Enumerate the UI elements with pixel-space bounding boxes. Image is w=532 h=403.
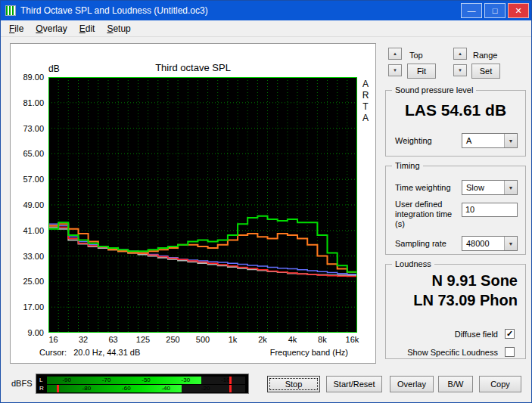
y-tick-label: 81.00 (11, 98, 44, 107)
weighting-select[interactable]: A ▼ (462, 133, 518, 148)
timing-group: Timing Time weighting Slow ▼ User define… (385, 166, 526, 255)
top-label: Top (409, 51, 423, 60)
time-weighting-value: Slow (466, 183, 484, 192)
meter-peak-mark (229, 377, 232, 384)
integration-time-input[interactable]: 10 (462, 203, 518, 217)
x-axis-labels: 1632631252505001k2k4k8k16k (48, 335, 357, 345)
range-up-button[interactable]: ▲ (453, 48, 467, 60)
y-tick-label: 25.00 (11, 277, 44, 286)
timing-group-caption: Timing (392, 161, 423, 170)
maximize-button[interactable]: □ (484, 3, 506, 18)
close-button[interactable]: ✕ (508, 3, 529, 18)
y-tick-label: 17.00 (11, 302, 44, 312)
meter-scale-label: -60 (122, 385, 131, 392)
show-specific-loudness-checkbox[interactable] (505, 347, 515, 357)
minimize-button[interactable]: — (461, 3, 482, 18)
y-tick-label: 89.00 (11, 73, 44, 82)
loudness-group-caption: Loudness (392, 259, 434, 268)
window-title: Third Octave SPL and Loudness (Untitled.… (20, 5, 208, 16)
spl-value: LAS 54.61 dB (386, 101, 525, 119)
y-tick-label: 73.00 (11, 124, 44, 133)
meter-scale-label: -40 (161, 385, 170, 392)
x-tick-label: 250 (166, 335, 179, 344)
app-window: Third Octave SPL and Loudness (Untitled.… (0, 0, 532, 403)
spl-chart[interactable] (48, 77, 357, 333)
spl-group-caption: Sound pressure level (392, 85, 476, 95)
loudness-group: Loudness N 9.91 Sone LN 73.09 Phon Diffu… (385, 264, 526, 359)
start-reset-button[interactable]: Start/Reset (326, 376, 382, 392)
fit-button[interactable]: Fit (407, 64, 436, 79)
y-tick-label: 57.00 (11, 175, 44, 184)
weighting-value: A (466, 136, 471, 145)
time-weighting-select[interactable]: Slow ▼ (462, 180, 518, 195)
menu-item-edit[interactable]: Edit (73, 21, 101, 36)
meter-scale-label: -10 (221, 377, 230, 384)
time-weighting-label: Time weighting (395, 183, 451, 192)
y-tick-label: 33.00 (11, 252, 44, 261)
spl-group: Sound pressure level LAS 54.61 dB Weight… (385, 90, 526, 157)
level-meter: L-90-70-50-30-10R-80-60-40-20 (36, 374, 249, 394)
arta-letter: A (359, 79, 372, 90)
x-tick-label: 1k (229, 335, 238, 344)
sampling-rate-value: 48000 (466, 239, 490, 248)
y-axis-labels: 89.0081.0073.0065.0057.0049.0041.0033.00… (11, 77, 45, 333)
meter-peak-mark (229, 385, 232, 392)
chevron-down-icon: ▼ (504, 237, 517, 250)
integration-time-label: User defined integration time (s) (395, 200, 460, 229)
set-button[interactable]: Set (471, 64, 500, 79)
meter-scale-label: -30 (182, 377, 191, 384)
stop-button[interactable]: Stop (267, 376, 320, 392)
x-tick-label: 125 (136, 335, 150, 344)
arta-watermark: ARTA (359, 79, 372, 124)
top-up-button[interactable]: ▲ (388, 48, 402, 60)
top-down-button[interactable]: ▼ (388, 64, 402, 76)
down-arrow-icon: ▼ (393, 68, 397, 73)
series-blue (48, 224, 357, 274)
meter-scale-label: -80 (82, 385, 92, 392)
series-gray (48, 228, 357, 275)
cursor-readout: Cursor: 20.0 Hz, 44.31 dB (39, 348, 140, 357)
up-arrow-icon: ▲ (393, 51, 397, 56)
bw-button[interactable]: B/W (438, 376, 473, 392)
plot-area[interactable] (48, 77, 357, 333)
up-arrow-icon: ▲ (458, 51, 462, 56)
diffuse-field-checkbox[interactable]: ✓ (505, 329, 515, 339)
loudness-ln-value: LN 73.09 Phon (386, 292, 518, 309)
specific-loudness-label: Show Specific Loudness (407, 348, 498, 357)
maximize-icon: □ (493, 6, 498, 15)
chart-panel: Third octave SPL dB 89.0081.0073.0065.00… (10, 43, 376, 364)
menu-item-overlay[interactable]: Overlay (30, 21, 73, 36)
arta-letter: R (359, 90, 372, 101)
sampling-rate-select[interactable]: 48000 ▼ (462, 236, 518, 251)
chevron-down-icon: ▼ (504, 134, 517, 147)
meter-row-r: R-80-60-40-20 (38, 385, 247, 392)
range-down-button[interactable]: ▼ (453, 64, 467, 76)
y-tick-label: 9.00 (11, 328, 44, 337)
arta-letter: T (359, 101, 372, 113)
y-tick-label: 41.00 (11, 226, 44, 235)
x-tick-label: 32 (79, 335, 88, 344)
menu-item-file[interactable]: File (3, 21, 30, 36)
down-arrow-icon: ▼ (458, 68, 462, 73)
overlay-button[interactable]: Overlay (390, 376, 434, 392)
menu-item-setup[interactable]: Setup (101, 21, 136, 36)
menu-bar: File Overlay Edit Setup (1, 20, 531, 37)
meter-channel-label: L (39, 377, 42, 384)
range-label: Range (473, 51, 497, 60)
minimize-icon: — (468, 6, 476, 15)
app-icon (5, 5, 16, 16)
meter-scale-label: -90 (62, 377, 71, 384)
x-tick-label: 2k (258, 335, 267, 344)
meter-row-l: L-90-70-50-30-10 (38, 377, 247, 384)
meter-peak-mark (57, 385, 59, 392)
meter-scale-label: -20 (201, 385, 210, 392)
series-red (48, 226, 357, 277)
diffuse-field-label: Diffuse field (455, 330, 498, 339)
x-tick-label: 16 (48, 335, 58, 344)
meter-bar: -80-60-40-20 (47, 385, 245, 392)
weighting-label: Weighting (395, 136, 432, 145)
sampling-rate-label: Sampling rate (395, 239, 446, 248)
x-tick-label: 4k (288, 335, 297, 344)
x-tick-label: 16k (346, 335, 359, 344)
copy-button[interactable]: Copy (479, 376, 521, 392)
